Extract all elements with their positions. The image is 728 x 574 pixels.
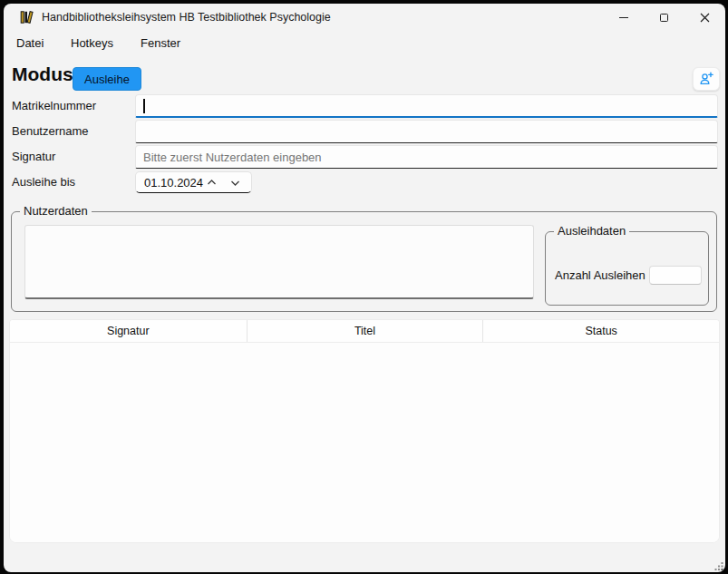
column-header-titel[interactable]: Titel [247,320,483,342]
window-controls [603,4,725,31]
resize-grip[interactable] [713,560,724,572]
matrikelnummer-label: Matrikelnummer [12,94,96,118]
books-icon [20,10,34,24]
matrikelnummer-input[interactable] [135,94,718,118]
maximize-icon [660,14,668,22]
ausleihe-mode-button[interactable]: Ausleihe [73,67,141,91]
anzahl-ausleihen-label: Anzahl Ausleihen [555,268,645,282]
ausleihe-bis-label: Ausleihe bis [12,170,75,194]
signatur-input[interactable] [135,145,718,169]
column-header-status[interactable]: Status [482,320,719,342]
results-table: Signatur Titel Status [9,319,720,543]
title-bar: Handbibliotheksleihsystem HB Testbibliot… [4,4,725,31]
menu-item-hotkeys[interactable]: Hotkeys [71,31,113,56]
close-icon [700,13,710,23]
anzahl-ausleihen-input[interactable] [649,266,702,285]
chevron-down-icon[interactable] [229,177,241,189]
signatur-label: Signatur [12,145,55,169]
menu-item-datei[interactable]: Datei [16,31,44,56]
close-button[interactable] [684,4,725,31]
ausleihe-bis-date-spinner[interactable]: 01.10.2024 [135,171,252,193]
nutzerdaten-textarea[interactable] [24,225,534,299]
add-user-button[interactable] [693,67,720,91]
menu-item-fenster[interactable]: Fenster [141,31,180,56]
minimize-button[interactable] [603,4,644,31]
table-header-row: Signatur Titel Status [10,320,719,343]
person-add-icon [698,71,714,87]
table-body-empty [10,343,719,543]
minimize-icon [619,17,628,18]
window-title: Handbibliotheksleihsystem HB Testbibliot… [42,11,331,24]
text-caret [143,99,145,113]
ausleihdaten-groupbox: Ausleihdaten Anzahl Ausleihen [545,231,709,306]
ausleihdaten-legend: Ausleihdaten [554,224,629,238]
modus-heading: Modus [12,63,73,85]
benutzername-label: Benutzername [12,120,89,143]
maximize-button[interactable] [644,4,684,31]
date-value: 01.10.2024 [144,176,203,190]
chevron-up-icon[interactable] [206,177,218,189]
nutzerdaten-groupbox: Nutzerdaten Ausleihdaten Anzahl Ausleihe… [11,211,717,312]
benutzername-input[interactable] [135,120,718,143]
app-window: Handbibliotheksleihsystem HB Testbibliot… [4,4,725,572]
column-header-signatur[interactable]: Signatur [10,320,247,342]
nutzerdaten-legend: Nutzerdaten [20,204,92,219]
menu-bar: Datei Hotkeys Fenster [4,31,725,56]
